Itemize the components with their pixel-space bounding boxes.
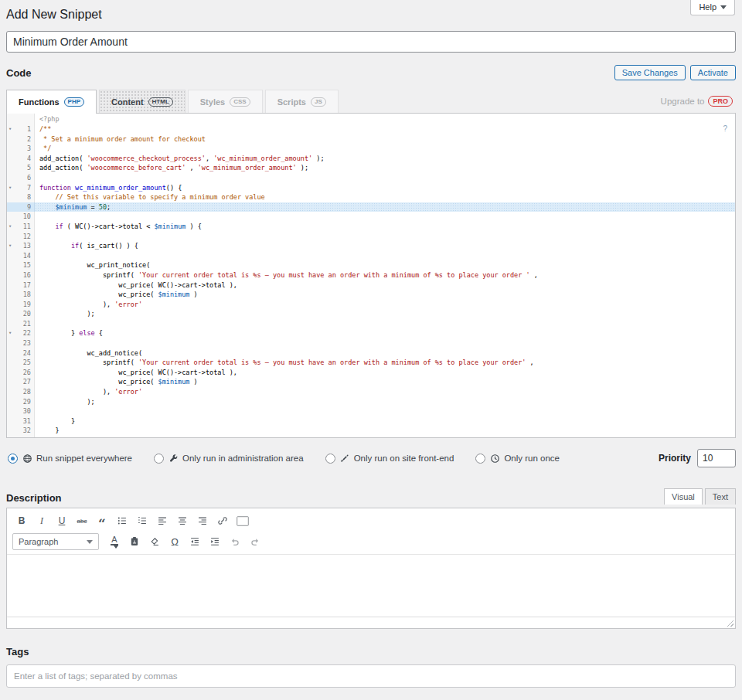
- code-line[interactable]: 3 */: [7, 144, 735, 154]
- line-number: 31: [7, 416, 35, 426]
- code-line[interactable]: 33}: [7, 436, 735, 438]
- blockquote-button[interactable]: “: [93, 512, 111, 529]
- clear-formatting-icon[interactable]: [145, 533, 164, 550]
- toolbar-row-1: BIUabc“: [12, 512, 730, 533]
- resize-grip[interactable]: [725, 618, 733, 627]
- fold-arrow-icon[interactable]: ▾: [9, 124, 12, 134]
- tab-styles[interactable]: Styles CSS: [188, 90, 263, 113]
- code-line[interactable]: ▾1/**: [7, 124, 735, 134]
- code-line[interactable]: 8 // Set this variable to specify a mini…: [7, 192, 735, 202]
- code-type-tabs: Functions PHP Content HTML Styles CSS Sc…: [6, 90, 736, 113]
- special-character-button[interactable]: Ω: [165, 533, 184, 550]
- line-number: 2: [7, 134, 35, 144]
- code-line[interactable]: 32 }: [7, 426, 735, 436]
- code-line[interactable]: 2 * Set a minimum order amount for check…: [7, 134, 735, 144]
- code-line[interactable]: 31 }: [7, 416, 735, 426]
- code-line[interactable]: 14: [7, 251, 735, 261]
- code-line[interactable]: 27 wc_price( $minimum ): [7, 377, 735, 387]
- radio-button[interactable]: [325, 454, 335, 464]
- paragraph-select[interactable]: Paragraph: [12, 533, 99, 550]
- code-editor[interactable]: ? <?php ▾1/**2 * Set a minimum order amo…: [6, 113, 736, 438]
- scope-option[interactable]: Only run once: [475, 453, 560, 464]
- code-line[interactable]: 10: [7, 212, 735, 222]
- toolbar-toggle-button[interactable]: [233, 512, 252, 529]
- indent-icon[interactable]: [206, 533, 224, 550]
- code-text: sprintf( 'Your current order total is %s…: [35, 358, 735, 368]
- code-line[interactable]: 25 sprintf( 'Your current order total is…: [7, 358, 735, 368]
- align-left-icon[interactable]: [153, 512, 172, 529]
- tab-scripts[interactable]: Scripts JS: [265, 90, 339, 113]
- code-line[interactable]: 21: [7, 319, 735, 329]
- description-content-area[interactable]: [7, 555, 735, 617]
- code-text: // Set this variable to specify a minimu…: [35, 192, 735, 202]
- code-line[interactable]: 4add_action( 'woocommerce_checkout_proce…: [7, 154, 735, 164]
- tab-text[interactable]: Text: [705, 488, 736, 505]
- radio-button[interactable]: [475, 454, 485, 464]
- scope-option[interactable]: Only run in administration area: [154, 453, 304, 464]
- code-text: [35, 232, 735, 242]
- line-number: 18: [7, 290, 35, 300]
- code-line[interactable]: 23: [7, 338, 735, 348]
- code-line[interactable]: 9 $minimum = 50;: [7, 202, 735, 212]
- priority-label: Priority: [659, 453, 691, 464]
- tab-visual[interactable]: Visual: [664, 488, 703, 505]
- code-line[interactable]: 18 wc_price( $minimum ): [7, 290, 735, 300]
- undo-icon[interactable]: [226, 533, 244, 550]
- code-line[interactable]: 29 );: [7, 397, 735, 407]
- tab-content[interactable]: Content HTML: [99, 90, 186, 113]
- strikethrough-button[interactable]: abc: [73, 512, 91, 529]
- paste-as-text-icon[interactable]: [125, 533, 144, 550]
- save-changes-button[interactable]: Save Changes: [614, 65, 686, 80]
- radio-button[interactable]: [8, 454, 18, 464]
- tags-input[interactable]: [6, 664, 736, 688]
- fold-arrow-icon[interactable]: ▾: [9, 183, 12, 193]
- tab-functions[interactable]: Functions PHP: [6, 90, 97, 114]
- scope-options: Run snippet everywhereOnly run in admini…: [8, 453, 581, 464]
- scope-option[interactable]: Only run on site front-end: [325, 453, 454, 464]
- outdent-icon[interactable]: [186, 533, 204, 550]
- code-lines[interactable]: ▾1/**2 * Set a minimum order amount for …: [7, 124, 735, 438]
- scope-option[interactable]: Run snippet everywhere: [8, 453, 132, 464]
- link-icon[interactable]: [213, 512, 232, 529]
- editor-help-icon[interactable]: ?: [723, 124, 727, 133]
- activate-button[interactable]: Activate: [690, 65, 736, 80]
- code-line[interactable]: 19 ), 'error': [7, 300, 735, 310]
- numbered-list-icon[interactable]: [133, 512, 151, 529]
- code-line[interactable]: ▾22 } else {: [7, 328, 735, 338]
- code-line[interactable]: 24 wc_add_notice(: [7, 348, 735, 358]
- radio-button[interactable]: [154, 454, 164, 464]
- code-line[interactable]: 16 sprintf( 'Your current order total is…: [7, 270, 735, 280]
- fold-arrow-icon[interactable]: ▾: [9, 328, 12, 338]
- underline-button[interactable]: U: [53, 512, 71, 529]
- code-line[interactable]: 20 );: [7, 309, 735, 319]
- editor-mode-tabs: Visual Text: [664, 488, 736, 504]
- help-button[interactable]: Help: [690, 0, 735, 15]
- code-line[interactable]: 6: [7, 173, 735, 183]
- chevron-down-icon: [114, 545, 118, 549]
- redo-icon[interactable]: [246, 533, 264, 550]
- code-line[interactable]: 17 wc_price( WC()->cart->total ),: [7, 280, 735, 291]
- bold-button[interactable]: B: [12, 512, 31, 529]
- code-line[interactable]: ▾7function wc_minimum_order_amount() {: [7, 183, 735, 193]
- priority-input[interactable]: [697, 449, 736, 467]
- code-line[interactable]: ▾13 if( is_cart() ) {: [7, 241, 735, 251]
- code-line[interactable]: 26 wc_price( WC()->cart->total ),: [7, 368, 735, 378]
- editor-toolbar: BIUabc“ ParagraphAΩ: [7, 508, 735, 555]
- code-line[interactable]: ▾11 if ( WC()->cart->total < $minimum ) …: [7, 222, 735, 232]
- align-center-icon[interactable]: [173, 512, 192, 529]
- fold-arrow-icon[interactable]: ▾: [9, 222, 12, 232]
- code-line[interactable]: 30: [7, 406, 735, 416]
- code-line[interactable]: 12: [7, 232, 735, 242]
- text-color-button[interactable]: A: [105, 533, 124, 550]
- italic-button[interactable]: I: [32, 512, 51, 529]
- code-line[interactable]: 5add_action( 'woocommerce_before_cart' ,…: [7, 163, 735, 173]
- line-number: 16: [7, 270, 35, 280]
- description-heading: Description: [6, 492, 62, 504]
- bulleted-list-icon[interactable]: [113, 512, 131, 529]
- code-line[interactable]: 15 wc_print_notice(: [7, 260, 735, 270]
- snippet-title-input[interactable]: [6, 31, 736, 53]
- fold-arrow-icon[interactable]: ▾: [9, 241, 12, 251]
- align-right-icon[interactable]: [193, 512, 212, 529]
- code-line[interactable]: 28 ), 'error': [7, 387, 735, 397]
- upgrade-to-pro-link[interactable]: Upgrade to PRO: [661, 96, 736, 107]
